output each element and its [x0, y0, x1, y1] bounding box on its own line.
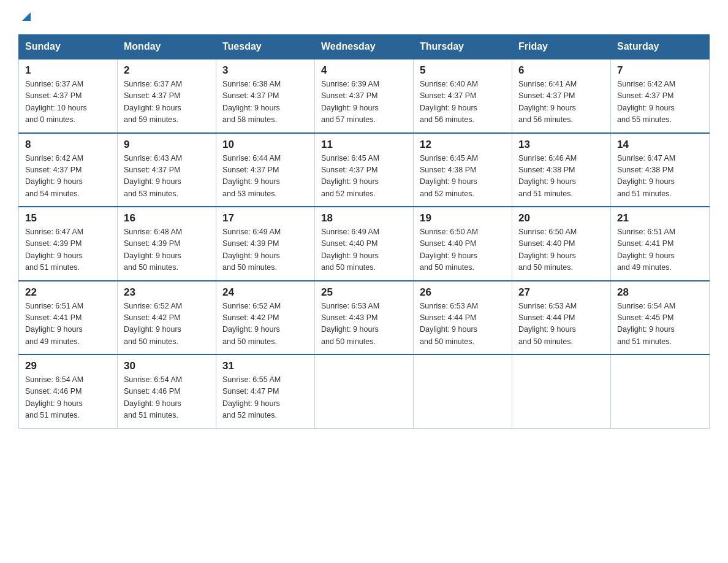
- calendar-day-cell: 30Sunrise: 6:54 AMSunset: 4:46 PMDayligh…: [118, 354, 216, 428]
- calendar-day-cell: 27Sunrise: 6:53 AMSunset: 4:44 PMDayligh…: [512, 281, 611, 355]
- day-number: 20: [518, 212, 604, 224]
- day-number: 28: [617, 286, 703, 299]
- day-number: 22: [25, 286, 111, 299]
- calendar-table: SundayMondayTuesdayWednesdayThursdayFrid…: [18, 34, 710, 429]
- day-number: 5: [420, 64, 506, 77]
- calendar-day-cell: 29Sunrise: 6:54 AMSunset: 4:46 PMDayligh…: [19, 354, 118, 428]
- day-number: 1: [25, 64, 111, 77]
- day-number: 13: [518, 139, 604, 151]
- header: [18, 12, 710, 25]
- calendar-week-row: 15Sunrise: 6:47 AMSunset: 4:39 PMDayligh…: [19, 207, 710, 281]
- day-number: 27: [518, 286, 604, 299]
- calendar-day-cell: 15Sunrise: 6:47 AMSunset: 4:39 PMDayligh…: [19, 207, 118, 281]
- day-number: 8: [25, 139, 111, 151]
- calendar-day-cell: 14Sunrise: 6:47 AMSunset: 4:38 PMDayligh…: [611, 133, 710, 207]
- day-info: Sunrise: 6:38 AMSunset: 4:37 PMDaylight:…: [222, 79, 308, 126]
- day-info: Sunrise: 6:42 AMSunset: 4:37 PMDaylight:…: [25, 153, 111, 201]
- day-info: Sunrise: 6:49 AMSunset: 4:40 PMDaylight:…: [321, 226, 407, 274]
- calendar-day-cell: 28Sunrise: 6:54 AMSunset: 4:45 PMDayligh…: [611, 281, 710, 355]
- day-info: Sunrise: 6:43 AMSunset: 4:37 PMDaylight:…: [124, 153, 210, 201]
- calendar-day-cell: 11Sunrise: 6:45 AMSunset: 4:37 PMDayligh…: [315, 133, 414, 207]
- logo: [18, 12, 33, 25]
- calendar-day-cell: 18Sunrise: 6:49 AMSunset: 4:40 PMDayligh…: [315, 207, 414, 281]
- calendar-day-header: Monday: [118, 35, 216, 59]
- calendar-week-row: 22Sunrise: 6:51 AMSunset: 4:41 PMDayligh…: [19, 281, 710, 355]
- day-info: Sunrise: 6:55 AMSunset: 4:47 PMDaylight:…: [222, 374, 308, 422]
- calendar-day-header: Friday: [512, 35, 611, 59]
- day-info: Sunrise: 6:54 AMSunset: 4:45 PMDaylight:…: [617, 301, 703, 348]
- calendar-day-cell: [611, 354, 710, 428]
- day-number: 17: [222, 212, 308, 224]
- calendar-week-row: 8Sunrise: 6:42 AMSunset: 4:37 PMDaylight…: [19, 133, 710, 207]
- day-info: Sunrise: 6:45 AMSunset: 4:38 PMDaylight:…: [420, 153, 506, 201]
- calendar-day-cell: [414, 354, 512, 428]
- day-number: 14: [617, 139, 703, 151]
- day-number: 26: [420, 286, 506, 299]
- day-number: 10: [222, 139, 308, 151]
- day-number: 25: [321, 286, 407, 299]
- calendar-day-cell: 17Sunrise: 6:49 AMSunset: 4:39 PMDayligh…: [216, 207, 315, 281]
- day-number: 9: [124, 139, 210, 151]
- day-info: Sunrise: 6:50 AMSunset: 4:40 PMDaylight:…: [518, 226, 604, 274]
- day-info: Sunrise: 6:49 AMSunset: 4:39 PMDaylight:…: [222, 226, 308, 274]
- calendar-day-cell: 31Sunrise: 6:55 AMSunset: 4:47 PMDayligh…: [216, 354, 315, 428]
- calendar-day-cell: 13Sunrise: 6:46 AMSunset: 4:38 PMDayligh…: [512, 133, 611, 207]
- day-info: Sunrise: 6:40 AMSunset: 4:37 PMDaylight:…: [420, 79, 506, 126]
- calendar-day-header: Saturday: [611, 35, 710, 59]
- calendar-day-cell: 2Sunrise: 6:37 AMSunset: 4:37 PMDaylight…: [118, 59, 216, 133]
- day-info: Sunrise: 6:42 AMSunset: 4:37 PMDaylight:…: [617, 79, 703, 126]
- day-info: Sunrise: 6:53 AMSunset: 4:44 PMDaylight:…: [518, 301, 604, 348]
- calendar-week-row: 29Sunrise: 6:54 AMSunset: 4:46 PMDayligh…: [19, 354, 710, 428]
- day-number: 31: [222, 360, 308, 372]
- calendar-day-cell: 24Sunrise: 6:52 AMSunset: 4:42 PMDayligh…: [216, 281, 315, 355]
- calendar-day-cell: 26Sunrise: 6:53 AMSunset: 4:44 PMDayligh…: [414, 281, 512, 355]
- calendar-day-header: Wednesday: [315, 35, 414, 59]
- calendar-day-header: Sunday: [19, 35, 118, 59]
- day-info: Sunrise: 6:53 AMSunset: 4:43 PMDaylight:…: [321, 301, 407, 348]
- calendar-day-cell: 10Sunrise: 6:44 AMSunset: 4:37 PMDayligh…: [216, 133, 315, 207]
- calendar-day-cell: 6Sunrise: 6:41 AMSunset: 4:37 PMDaylight…: [512, 59, 611, 133]
- calendar-day-cell: 16Sunrise: 6:48 AMSunset: 4:39 PMDayligh…: [118, 207, 216, 281]
- day-number: 11: [321, 139, 407, 151]
- calendar-header-row: SundayMondayTuesdayWednesdayThursdayFrid…: [19, 35, 710, 59]
- day-number: 7: [617, 64, 703, 77]
- day-info: Sunrise: 6:47 AMSunset: 4:38 PMDaylight:…: [617, 153, 703, 201]
- calendar-day-cell: 8Sunrise: 6:42 AMSunset: 4:37 PMDaylight…: [19, 133, 118, 207]
- page: SundayMondayTuesdayWednesdayThursdayFrid…: [0, 0, 728, 447]
- day-number: 12: [420, 139, 506, 151]
- calendar-day-cell: [315, 354, 414, 428]
- calendar-day-header: Thursday: [414, 35, 512, 59]
- day-info: Sunrise: 6:54 AMSunset: 4:46 PMDaylight:…: [25, 374, 111, 422]
- day-number: 18: [321, 212, 407, 224]
- calendar-day-cell: 20Sunrise: 6:50 AMSunset: 4:40 PMDayligh…: [512, 207, 611, 281]
- day-number: 15: [25, 212, 111, 224]
- day-info: Sunrise: 6:39 AMSunset: 4:37 PMDaylight:…: [321, 79, 407, 126]
- day-number: 2: [124, 64, 210, 77]
- day-number: 3: [222, 64, 308, 77]
- day-number: 6: [518, 64, 604, 77]
- day-info: Sunrise: 6:46 AMSunset: 4:38 PMDaylight:…: [518, 153, 604, 201]
- logo-general-line: [18, 12, 33, 23]
- calendar-day-cell: [512, 354, 611, 428]
- calendar-day-cell: 23Sunrise: 6:52 AMSunset: 4:42 PMDayligh…: [118, 281, 216, 355]
- day-number: 29: [25, 360, 111, 372]
- day-info: Sunrise: 6:47 AMSunset: 4:39 PMDaylight:…: [25, 226, 111, 274]
- day-number: 19: [420, 212, 506, 224]
- day-info: Sunrise: 6:50 AMSunset: 4:40 PMDaylight:…: [420, 226, 506, 274]
- day-number: 23: [124, 286, 210, 299]
- day-info: Sunrise: 6:54 AMSunset: 4:46 PMDaylight:…: [124, 374, 210, 422]
- calendar-day-header: Tuesday: [216, 35, 315, 59]
- day-info: Sunrise: 6:37 AMSunset: 4:37 PMDaylight:…: [124, 79, 210, 126]
- day-number: 21: [617, 212, 703, 224]
- day-number: 4: [321, 64, 407, 77]
- day-number: 16: [124, 212, 210, 224]
- svg-marker-0: [22, 12, 31, 21]
- day-info: Sunrise: 6:51 AMSunset: 4:41 PMDaylight:…: [25, 301, 111, 348]
- day-info: Sunrise: 6:53 AMSunset: 4:44 PMDaylight:…: [420, 301, 506, 348]
- day-info: Sunrise: 6:52 AMSunset: 4:42 PMDaylight:…: [124, 301, 210, 348]
- day-info: Sunrise: 6:37 AMSunset: 4:37 PMDaylight:…: [25, 79, 111, 126]
- day-info: Sunrise: 6:48 AMSunset: 4:39 PMDaylight:…: [124, 226, 210, 274]
- logo-arrow-icon: [20, 10, 33, 23]
- day-number: 24: [222, 286, 308, 299]
- calendar-day-cell: 4Sunrise: 6:39 AMSunset: 4:37 PMDaylight…: [315, 59, 414, 133]
